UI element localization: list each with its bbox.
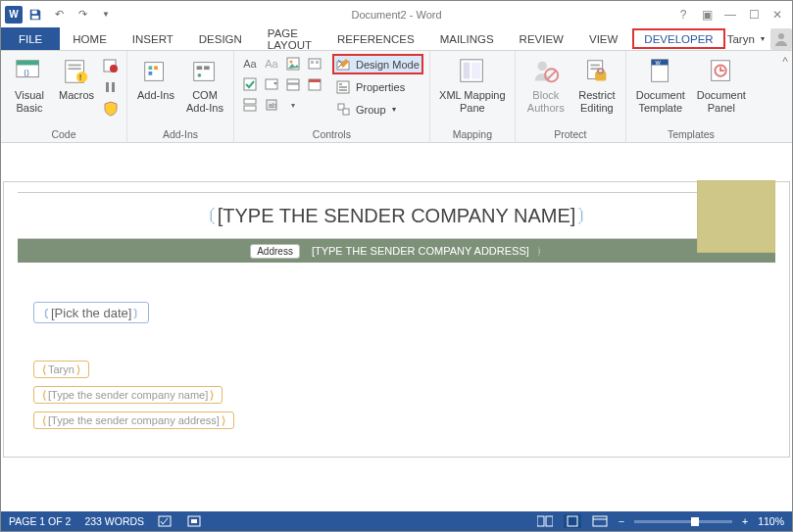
- page[interactable]: ⟮ [TYPE THE SENDER COMPANY NAME] ⟯ Addre…: [3, 181, 790, 458]
- zoom-slider[interactable]: [634, 520, 732, 523]
- properties-button[interactable]: Properties: [332, 76, 423, 97]
- svg-line-50: [547, 71, 556, 79]
- tab-home[interactable]: HOME: [60, 27, 120, 50]
- chevron-down-icon: ▾: [392, 105, 396, 114]
- legacy-tools-button[interactable]: ab: [262, 95, 281, 115]
- visual-basic-icon: ⟨⟩: [14, 56, 45, 87]
- redo-button[interactable]: ↷: [72, 4, 93, 25]
- quick-access-toolbar: W ↶ ↷ ▼: [1, 4, 117, 25]
- print-layout-button[interactable]: [564, 514, 581, 528]
- zoom-level[interactable]: 110%: [758, 515, 784, 527]
- qat-customize-icon[interactable]: ▼: [95, 4, 117, 25]
- svg-text:W: W: [655, 60, 661, 66]
- tab-developer[interactable]: DEVELOPER: [632, 28, 724, 49]
- macros-icon: !: [61, 56, 92, 87]
- block-authors-button[interactable]: Block Authors: [521, 54, 570, 114]
- company-name-control[interactable]: ⟮ [TYPE THE SENDER COMPANY NAME] ⟯: [18, 192, 775, 239]
- plain-text-control-button[interactable]: Aa: [262, 54, 281, 73]
- svg-rect-31: [287, 84, 299, 90]
- word-count[interactable]: 233 WORDS: [84, 515, 144, 527]
- macros-button[interactable]: ! Macros: [56, 54, 97, 102]
- tab-review[interactable]: REVIEW: [507, 27, 576, 50]
- help-button[interactable]: ?: [672, 4, 694, 25]
- svg-point-48: [537, 62, 546, 71]
- repeating-section-control-button[interactable]: [240, 95, 260, 115]
- maximize-button[interactable]: ☐: [743, 4, 765, 25]
- com-addins-button[interactable]: COM Add-Ins: [182, 54, 227, 114]
- visual-basic-button[interactable]: ⟨⟩ Visual Basic: [7, 54, 52, 114]
- document-panel-button[interactable]: Document Panel: [693, 54, 750, 114]
- document-template-button[interactable]: W Document Template: [632, 54, 689, 114]
- rich-text-control-button[interactable]: Aa: [240, 54, 260, 73]
- design-mode-button[interactable]: Design Mode: [332, 54, 423, 74]
- svg-rect-33: [309, 79, 321, 82]
- read-mode-button[interactable]: [536, 514, 554, 528]
- address-control[interactable]: [TYPE THE SENDER COMPANY ADDRESS]: [312, 245, 529, 257]
- undo-button[interactable]: ↶: [48, 4, 70, 25]
- record-macro-button[interactable]: [101, 56, 121, 75]
- dropdown-control-button[interactable]: [283, 74, 303, 94]
- page-indicator[interactable]: PAGE 1 OF 2: [9, 515, 71, 527]
- svg-rect-41: [339, 86, 347, 88]
- checkbox-control-button[interactable]: [240, 74, 260, 94]
- legacy-tools-dropdown[interactable]: ▾: [283, 95, 303, 115]
- spell-check-icon[interactable]: [158, 515, 173, 527]
- group-button[interactable]: Group ▾: [332, 99, 423, 120]
- pause-recording-button[interactable]: [101, 77, 121, 97]
- minimize-button[interactable]: —: [719, 4, 741, 25]
- sender-address-control[interactable]: ⟨[Type the sender company address]⟩: [33, 411, 234, 429]
- svg-point-12: [110, 65, 118, 73]
- tab-file[interactable]: FILE: [1, 27, 60, 50]
- svg-rect-30: [287, 79, 299, 83]
- date-picker-control-button[interactable]: [305, 74, 324, 94]
- svg-rect-68: [568, 516, 577, 526]
- svg-point-22: [198, 73, 202, 77]
- avatar[interactable]: [770, 28, 792, 50]
- document-body[interactable]: ⟮ [Pick the date] ⟯ ⟨Taryn⟩ ⟨[Type the s…: [4, 263, 789, 457]
- zoom-out-button[interactable]: −: [619, 515, 624, 527]
- zoom-in-button[interactable]: +: [742, 515, 748, 527]
- user-name[interactable]: Taryn: [727, 33, 755, 45]
- svg-rect-35: [244, 106, 256, 111]
- group-icon: [336, 102, 352, 118]
- web-layout-button[interactable]: [591, 514, 609, 528]
- svg-rect-0: [32, 10, 37, 14]
- tab-mailings[interactable]: MAILINGS: [427, 27, 507, 50]
- logo-placeholder[interactable]: [697, 180, 775, 253]
- tab-page-layout[interactable]: PAGE LAYOUT: [255, 27, 324, 50]
- design-mode-icon: [336, 57, 352, 73]
- sender-company-control[interactable]: ⟨[Type the sender company name]⟩: [33, 386, 223, 404]
- word-icon: W: [5, 6, 23, 24]
- macro-status-icon[interactable]: [187, 515, 201, 527]
- restrict-editing-button[interactable]: Restrict Editing: [574, 54, 620, 114]
- svg-rect-28: [244, 78, 256, 90]
- svg-rect-62: [719, 70, 724, 72]
- xml-mapping-pane-button[interactable]: XML Mapping Pane: [436, 54, 509, 114]
- svg-text:ab: ab: [269, 102, 276, 109]
- svg-rect-21: [204, 66, 210, 70]
- picture-control-button[interactable]: [283, 54, 303, 73]
- group-label-addins: Add-Ins: [133, 126, 227, 142]
- collapse-ribbon-button[interactable]: ^: [778, 51, 792, 142]
- sender-name-control[interactable]: ⟨Taryn⟩: [33, 361, 89, 378]
- addins-button[interactable]: Add-Ins: [133, 54, 178, 102]
- tab-view[interactable]: VIEW: [576, 27, 630, 50]
- tab-insert[interactable]: INSERT: [120, 27, 186, 50]
- address-control-tag[interactable]: Address: [250, 244, 300, 259]
- svg-rect-69: [593, 516, 607, 526]
- ribbon-display-button[interactable]: ▣: [696, 4, 718, 25]
- combobox-control-button[interactable]: [262, 74, 281, 94]
- date-picker-control[interactable]: ⟮ [Pick the date] ⟯: [33, 302, 149, 323]
- tab-references[interactable]: REFERENCES: [324, 27, 427, 50]
- tab-design[interactable]: DESIGN: [186, 27, 255, 50]
- close-button[interactable]: ✕: [767, 4, 788, 25]
- user-menu-icon[interactable]: ▾: [761, 34, 765, 43]
- save-button[interactable]: [25, 4, 46, 25]
- window-controls: ? ▣ — ☐ ✕: [672, 4, 792, 25]
- building-block-control-button[interactable]: [305, 54, 324, 73]
- svg-rect-16: [149, 66, 153, 70]
- macro-security-button[interactable]: [101, 99, 121, 119]
- svg-rect-20: [197, 66, 203, 70]
- group-label-templates: Templates: [632, 126, 750, 142]
- xml-mapping-icon: [457, 56, 488, 87]
